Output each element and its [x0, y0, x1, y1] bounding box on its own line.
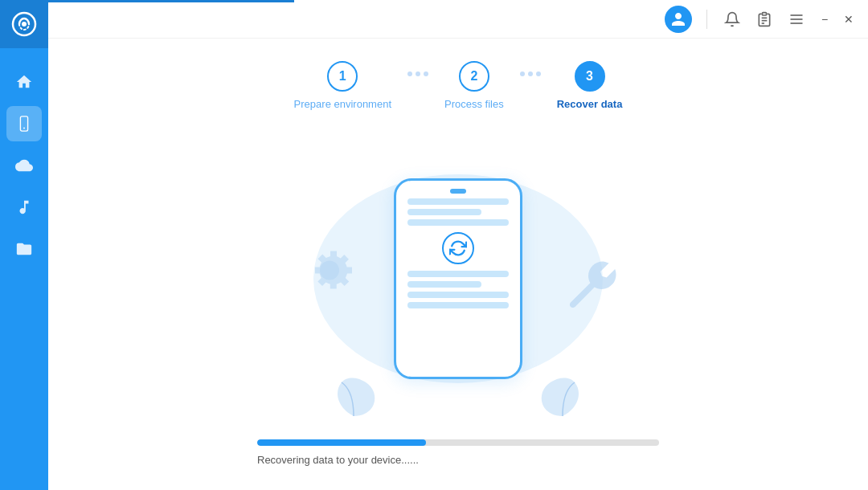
svg-rect-4	[763, 12, 767, 14]
step-2-label: Process files	[444, 98, 504, 110]
sidebar-item-device[interactable]	[6, 106, 42, 141]
gear-left-icon	[297, 239, 362, 306]
refresh-icon	[442, 232, 474, 264]
phone-line	[407, 271, 509, 277]
phone-line	[407, 281, 481, 288]
phone-line	[407, 292, 509, 298]
top-progress-bar	[48, 0, 294, 2]
minimize-button[interactable]: −	[818, 13, 831, 26]
phone-line	[407, 302, 509, 308]
step-3-label: Recover data	[557, 98, 623, 110]
phone-line	[407, 219, 509, 226]
illustration-area	[48, 126, 868, 431]
step-3-circle: 3	[575, 61, 605, 92]
svg-rect-2	[20, 116, 27, 131]
step-1-label: Prepare environment	[294, 98, 391, 110]
phone-line	[407, 198, 509, 205]
progress-label: Recovering data to your device......	[257, 454, 659, 466]
titlebar-actions: − ✕	[665, 6, 855, 33]
step-3: 3 Recover data	[557, 61, 623, 110]
svg-point-1	[22, 22, 27, 27]
app-logo[interactable]	[0, 0, 48, 48]
sidebar	[0, 0, 48, 490]
phone-line	[407, 209, 481, 215]
main-content: − ✕ 1 Prepare environment 2 Process file…	[48, 0, 868, 490]
step-1-circle: 1	[327, 61, 358, 92]
leaf-right-icon	[538, 376, 587, 423]
sidebar-nav	[6, 64, 42, 490]
sidebar-item-folder[interactable]	[6, 231, 42, 267]
bell-icon[interactable]	[722, 9, 743, 30]
phone-notch	[450, 189, 466, 194]
progress-fill	[257, 439, 426, 446]
sidebar-item-music[interactable]	[6, 190, 42, 225]
sidebar-item-home[interactable]	[6, 64, 42, 100]
leaf-left-icon	[330, 376, 378, 423]
titlebar: − ✕	[48, 0, 868, 39]
dot	[528, 71, 533, 76]
sidebar-item-cloud[interactable]	[6, 148, 42, 183]
dot	[536, 71, 541, 76]
dot	[424, 71, 428, 76]
step-1: 1 Prepare environment	[294, 61, 391, 110]
progress-track	[257, 439, 659, 446]
menu-icon[interactable]	[786, 9, 807, 30]
clipboard-icon[interactable]	[754, 9, 775, 30]
step-dots-1	[407, 71, 428, 76]
step-dots-2	[520, 71, 541, 76]
separator	[706, 10, 707, 29]
phone-body	[394, 178, 522, 379]
progress-area: Recovering data to your device......	[48, 431, 868, 490]
dot	[407, 71, 412, 76]
dot	[416, 71, 420, 76]
step-2-circle: 2	[459, 61, 489, 92]
phone-illustration	[394, 178, 522, 379]
close-button[interactable]: ✕	[842, 13, 855, 26]
user-avatar[interactable]	[665, 6, 692, 33]
step-2: 2 Process files	[444, 61, 504, 110]
steps-area: 1 Prepare environment 2 Process files 3	[48, 39, 868, 126]
dot	[520, 71, 525, 76]
wrench-right-icon	[563, 251, 619, 319]
svg-point-3	[23, 128, 25, 129]
